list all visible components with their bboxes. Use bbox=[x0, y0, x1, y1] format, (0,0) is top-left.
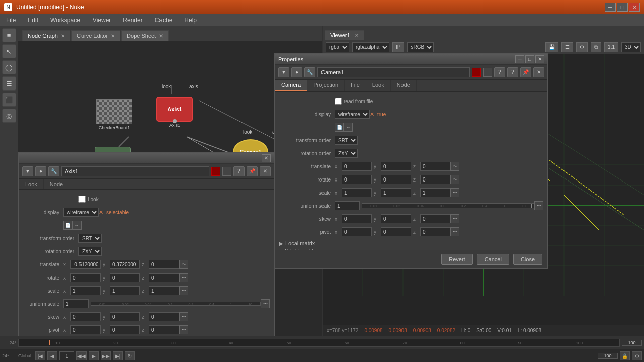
axis-skew-y[interactable] bbox=[110, 312, 140, 321]
axis-scale-z[interactable] bbox=[149, 286, 179, 295]
skew-anim[interactable]: 〜 bbox=[450, 214, 459, 223]
axis-translate-x[interactable] bbox=[70, 260, 101, 269]
translate-z[interactable] bbox=[420, 162, 450, 171]
tab-close-curve-editor[interactable]: ✕ bbox=[111, 33, 115, 39]
translate-x[interactable] bbox=[342, 162, 372, 171]
axis-rotation-order-dropdown[interactable]: ZXY bbox=[78, 247, 102, 256]
local-matrix-row[interactable]: ▶ Local matrix bbox=[279, 239, 543, 247]
minimize-button[interactable]: ─ bbox=[605, 3, 616, 12]
tl-btn-frame[interactable]: 1 bbox=[59, 351, 74, 360]
pivot-anim[interactable]: 〜 bbox=[450, 227, 459, 236]
props-dark-btn[interactable] bbox=[483, 68, 492, 77]
uniform-scale-input[interactable] bbox=[335, 201, 360, 210]
scale-y[interactable] bbox=[381, 188, 411, 197]
props-toolbar-wrench[interactable]: 🔧 bbox=[304, 67, 315, 77]
us-anim[interactable]: 〜 bbox=[534, 201, 543, 210]
axis-close-x[interactable]: ✕ bbox=[260, 166, 271, 176]
scale-anim[interactable]: 〜 bbox=[450, 188, 459, 197]
tl-btn-prev[interactable]: ◀ bbox=[47, 351, 57, 360]
props-tab-node[interactable]: Node bbox=[391, 80, 417, 91]
tab-curve-editor[interactable]: Curve Editor ✕ bbox=[71, 30, 120, 41]
props-panel-close[interactable]: ✕ bbox=[535, 55, 544, 63]
axis-translate-anim[interactable]: 〜 bbox=[179, 260, 188, 269]
axis-display-dropdown[interactable]: wireframe bbox=[63, 208, 99, 217]
axis-red-btn[interactable] bbox=[211, 167, 220, 176]
axis-rotate-y[interactable] bbox=[110, 273, 140, 282]
tl-btn-loop[interactable]: ↻ bbox=[125, 351, 135, 360]
axis-rotate-x[interactable] bbox=[70, 273, 101, 282]
rotate-z[interactable] bbox=[420, 175, 450, 184]
axis-tab-node[interactable]: Node bbox=[44, 179, 69, 189]
tl-btn-end[interactable]: ▶| bbox=[113, 351, 123, 360]
tl-btn-play[interactable]: ▶ bbox=[89, 351, 99, 360]
tab-close-dope-sheet[interactable]: ✕ bbox=[159, 33, 163, 39]
props-tab-look[interactable]: Look bbox=[366, 80, 391, 91]
tab-node-graph[interactable]: Node Graph ✕ bbox=[22, 30, 70, 41]
menu-cache[interactable]: Cache bbox=[153, 16, 175, 25]
menu-edit[interactable]: Edit bbox=[26, 16, 40, 25]
display-dropdown[interactable]: wireframe bbox=[335, 110, 370, 119]
menu-workspace[interactable]: Workspace bbox=[48, 16, 83, 25]
revert-button[interactable]: Revert bbox=[441, 254, 472, 265]
props-toolbar-arrow[interactable]: ▼ bbox=[278, 67, 289, 77]
axis-scale-x[interactable] bbox=[70, 286, 101, 295]
viewer-tab-close[interactable]: ✕ bbox=[355, 33, 359, 38]
tab-dope-sheet[interactable]: Dope Sheet ✕ bbox=[121, 30, 169, 41]
pivot-z[interactable] bbox=[420, 227, 450, 236]
axis-uniform-scale-slider[interactable]: 0.010.020.040.10.20.4110 bbox=[91, 302, 261, 306]
axis-transform-order-dropdown[interactable]: SRT bbox=[78, 234, 102, 243]
axis-icon-btn1[interactable]: 📄 bbox=[63, 221, 72, 230]
menu-file[interactable]: File bbox=[4, 16, 18, 25]
close-button[interactable]: ✕ bbox=[629, 3, 640, 12]
axis-read-from-file-checkbox[interactable] bbox=[78, 196, 86, 203]
axis-scale-y[interactable] bbox=[110, 286, 140, 295]
props-pin-btn[interactable]: 📌 bbox=[520, 67, 531, 77]
close-button[interactable]: Close bbox=[513, 254, 542, 265]
axis-translate-z[interactable] bbox=[149, 260, 179, 269]
skew-z[interactable] bbox=[420, 214, 450, 223]
axis-help-btn[interactable]: ? bbox=[233, 166, 245, 176]
icon-btn1[interactable]: 📄 bbox=[335, 123, 344, 132]
tl-btn-play-fwd[interactable]: ▶▶ bbox=[101, 351, 111, 360]
sidebar-tool-icon[interactable]: ⬛ bbox=[2, 93, 16, 107]
rotate-y[interactable] bbox=[381, 175, 411, 184]
tl-lock-btn[interactable]: 🔒 bbox=[620, 351, 630, 360]
viewer-settings-btn[interactable]: ⚙ bbox=[576, 42, 588, 52]
axis-uniform-scale-input[interactable] bbox=[63, 299, 89, 308]
maximize-button[interactable]: □ bbox=[617, 3, 628, 12]
axis-tab-look[interactable]: Look bbox=[19, 179, 44, 189]
axis-us-anim[interactable]: 〜 bbox=[261, 299, 270, 308]
axis-toolbar-btn3[interactable]: 🔧 bbox=[48, 166, 59, 176]
props-tab-file[interactable]: File bbox=[345, 80, 366, 91]
skew-x[interactable] bbox=[342, 214, 372, 223]
tl-btn-play-back[interactable]: ◀◀ bbox=[76, 351, 87, 360]
tl-settings-btn[interactable]: ⚙ bbox=[632, 351, 642, 360]
viewer-zoom-btn[interactable]: 1:1 bbox=[604, 42, 618, 52]
props-tab-camera[interactable]: Camera bbox=[275, 80, 307, 91]
translate-y[interactable] bbox=[381, 162, 411, 171]
viewer-ip-button[interactable]: IP bbox=[392, 42, 404, 52]
scale-x[interactable] bbox=[342, 188, 372, 197]
viewer-alpha-dropdown[interactable]: rgba.alpha bbox=[352, 42, 389, 52]
skew-y[interactable] bbox=[381, 214, 411, 223]
rotation-order-dropdown[interactable]: ZXY bbox=[335, 149, 358, 158]
transform-order-dropdown[interactable]: SRT bbox=[335, 136, 358, 145]
props-red-btn[interactable] bbox=[472, 68, 481, 77]
menu-help[interactable]: Help bbox=[182, 16, 199, 25]
axis-pivot-z[interactable] bbox=[149, 325, 179, 334]
pivot-x[interactable] bbox=[342, 227, 372, 236]
sidebar-nav-icon[interactable]: ≡ bbox=[2, 28, 16, 42]
props-tab-projection[interactable]: Projection bbox=[307, 80, 345, 91]
tl-btn-home[interactable]: |◀ bbox=[35, 351, 45, 360]
node-axis1[interactable]: Axis1 Axis1 bbox=[156, 97, 193, 128]
viewer-channel-dropdown[interactable]: rgba bbox=[326, 42, 349, 52]
axis-rotate-z[interactable] bbox=[149, 273, 179, 282]
axis-skew-z[interactable] bbox=[149, 312, 179, 321]
axis-skew-x[interactable] bbox=[70, 312, 101, 321]
viewer-split-btn[interactable]: ⧉ bbox=[591, 42, 601, 52]
sidebar-ring-icon[interactable]: ◎ bbox=[2, 109, 16, 123]
axis-pivot-anim[interactable]: 〜 bbox=[179, 325, 188, 334]
props-help-btn2[interactable]: ? bbox=[507, 67, 518, 77]
node-checkerboard[interactable]: CheckerBoard1 bbox=[96, 99, 132, 130]
scale-z[interactable] bbox=[420, 188, 450, 197]
